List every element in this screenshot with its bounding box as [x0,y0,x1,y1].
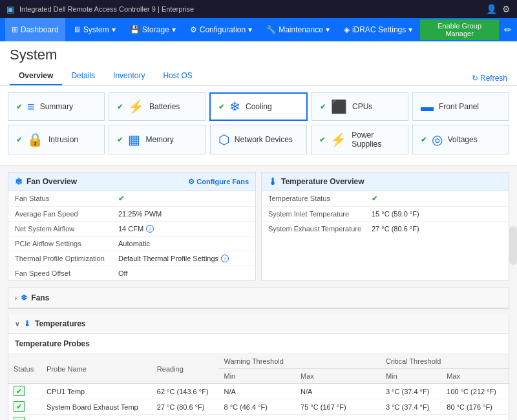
probe-2-reading: 15 °C (59 °F) [152,415,219,421]
nav-system[interactable]: 🖥 System ▾ [67,18,122,41]
top-bar-actions: 👤 ⚙ [486,4,511,14]
tab-details[interactable]: Details [62,67,104,85]
batteries-check: ✔ [117,103,123,111]
temps-section-header[interactable]: ∨ 🌡 Temperatures [8,314,509,334]
temps-section: ∨ 🌡 Temperatures Temperature Probes Stat… [8,314,509,420]
app-title: Integrated Dell Remote Access Controller… [19,5,486,13]
cooling-icon: ❄ [229,99,240,114]
col-probe-name: Probe Name [41,354,152,384]
enable-group-manager-button[interactable]: Enable Group Manager [420,19,499,40]
col-critical-max: Max [441,369,509,384]
temp-status-value: ✔ [372,194,377,203]
temps-arrow: ∨ [15,320,19,328]
front-panel-icon: ▬ [421,100,434,114]
nav-storage[interactable]: 💾 Storage ▾ [123,18,182,41]
tiles-row-1: ✔ ≡ Summary ✔ ⚡ Batteries ✔ ❄ Cooling ✔ … [8,92,509,121]
fan-offset-row: Fan Speed Offset Off [8,266,255,280]
fan-overview-icon: ❄ [15,176,23,187]
storage-dropdown-icon: ▾ [172,25,176,34]
probe-1-crit-max: 80 °C (176 °F) [441,399,509,415]
airflow-info-icon[interactable]: i [146,225,154,233]
dell-logo: ▣ [6,5,14,14]
probe-2-crit-max: 42 °C (107.6 °F) [441,415,509,421]
temp-icon: 🌡 [268,176,277,187]
inlet-temp-row: System Inlet Temperature 15 °C (59.0 °F) [262,207,509,222]
tile-network-devices[interactable]: ⬡ Network Devices [210,125,307,154]
probe-0-warn-max: N/A [295,384,381,399]
tab-overview[interactable]: Overview [10,67,62,85]
tab-hostos[interactable]: Host OS [154,67,201,85]
tile-power-supplies[interactable]: ✔ ⚡ Power Supplies [311,125,408,154]
tile-front-panel[interactable]: ▬ Front Panel [412,92,509,121]
col-warning-min: Min [218,369,295,384]
fans-section-icon: ❄ [21,293,27,302]
tile-intrusion[interactable]: ✔ 🔒 Intrusion [8,125,105,154]
fan-offset-value: Off [118,269,127,277]
page-title: System [10,47,507,63]
cpus-icon: ⬛ [331,99,347,114]
tile-cpus[interactable]: ✔ ⬛ CPUs [311,92,408,121]
idrac-icon: ◈ [344,25,350,34]
storage-icon: 💾 [130,25,140,34]
fan-status-row: Fan Status ✔ [8,191,255,207]
edit-icon[interactable]: ✏ [504,25,512,35]
configure-icon: ⚙ [188,178,195,186]
tile-cooling[interactable]: ✔ ❄ Cooling [209,92,308,121]
tabs-row: Overview Details Inventory Host OS ↻ Ref… [10,67,507,85]
cooling-check: ✔ [218,103,224,111]
airflow-value: 14 CFM i [118,225,154,233]
configure-fans-link[interactable]: ⚙ Configure Fans [188,178,249,186]
refresh-button[interactable]: ↻ Refresh [472,74,507,85]
pcie-value: Automatic [118,240,150,247]
nav-idrac[interactable]: ◈ iDRAC Settings ▾ [337,18,419,41]
fans-section-header[interactable]: › ❄ Fans [8,288,509,308]
user-icon[interactable]: 👤 [486,4,497,14]
gear-icon[interactable]: ⚙ [502,4,511,14]
thermal-info-icon[interactable]: i [221,255,229,262]
temp-overview-panel: 🌡 Temperature Overview Temperature Statu… [261,172,509,281]
tiles-row-2: ✔ 🔒 Intrusion ✔ ▦ Memory ⬡ Network Devic… [8,125,509,154]
fan-overview-panel: ❄ Fan Overview ⚙ Configure Fans Fan Stat… [8,172,256,281]
airflow-row: Net System Airflow 14 CFM i [8,222,255,236]
nav-maintenance[interactable]: 🔧 Maintenance ▾ [260,18,336,41]
fan-status-value: ✔ [118,194,124,203]
nav-dashboard[interactable]: ⊞ Dashboard [5,18,65,41]
probes-title: Temperature Probes [8,334,509,354]
tabs: Overview Details Inventory Host OS [10,67,202,85]
probe-2-warn-min: 3 °C (37.4 °F) Edit [218,415,295,421]
tab-inventory[interactable]: Inventory [104,67,154,85]
intrusion-check: ✔ [16,136,22,144]
temp-overview-body: Temperature Status ✔ System Inlet Temper… [262,191,509,236]
scroll-indicator[interactable] [509,226,517,265]
probe-row-2: ✔ System Board Inlet Temp 15 °C (59 °F) … [8,415,509,421]
fan-overview-header: ❄ Fan Overview ⚙ Configure Fans [8,173,255,191]
maintenance-icon: 🔧 [266,25,276,34]
memory-icon: ▦ [128,132,140,147]
tile-memory[interactable]: ✔ ▦ Memory [109,125,206,154]
config-dropdown-icon: ▾ [248,25,252,34]
probes-table: Status Probe Name Reading Warning Thresh… [8,354,509,420]
probe-0-name: CPU1 Temp [41,384,152,399]
config-icon: ⚙ [190,25,197,34]
memory-check: ✔ [117,136,123,144]
network-icon: ⬡ [218,132,229,147]
tile-voltages[interactable]: ✔ ◎ Voltages [412,125,509,154]
probe-0-warn-min: N/A [218,384,295,399]
fans-section: › ❄ Fans [8,288,509,309]
overview-panels: ❄ Fan Overview ⚙ Configure Fans Fan Stat… [0,165,517,288]
summary-check: ✔ [16,103,22,111]
probe-0-status: ✔ [8,384,41,399]
system-icon: 🖥 [73,25,81,34]
fans-arrow: › [15,295,17,302]
nav-configuration[interactable]: ⚙ Configuration ▾ [184,18,258,41]
tile-batteries[interactable]: ✔ ⚡ Batteries [109,92,206,121]
probe-2-crit-min: -7 °C (19.4 °F) [381,415,441,421]
fan-speed-row: Average Fan Speed 21.25% PWM [8,207,255,222]
exhaust-temp-value: 27 °C (80.6 °F) [372,225,419,233]
maintenance-dropdown-icon: ▾ [326,25,330,34]
probe-0-reading: 62 °C (143.6 °F) [152,384,219,399]
probe-1-name: System Board Exhaust Temp [41,399,152,415]
tile-summary[interactable]: ✔ ≡ Summary [8,92,105,121]
col-warning-max: Max [295,369,381,384]
power-icon: ⚡ [330,132,346,147]
